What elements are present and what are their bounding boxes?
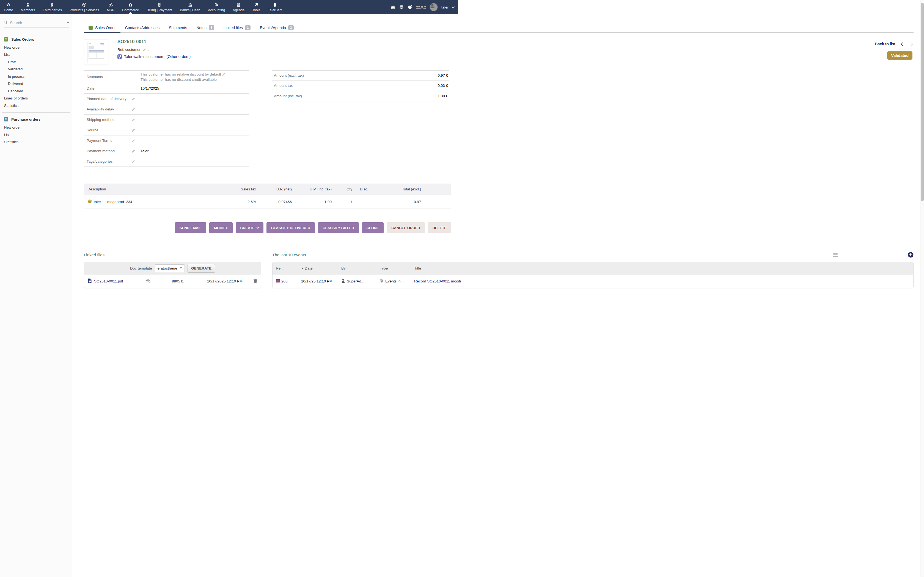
order-heading: SO2510-0011 Ref. customer : Taler walk-i… [118,39,191,59]
sidebar-item-delivered[interactable]: Delivered [0,80,72,88]
nav-tools[interactable]: Tools [248,0,264,14]
col-up-net: U.P. (net) [256,187,292,191]
top-navbar: Home Members Third parties Products | Se… [0,0,458,14]
mrp-icon [108,2,113,7]
edit-pencil-icon[interactable] [142,48,146,52]
edit-pencil-icon[interactable] [222,72,226,76]
user-avatar[interactable] [430,3,438,11]
edit-pencil-icon[interactable] [131,128,135,132]
modify-button[interactable]: MODIFY [209,222,233,233]
event-title-link[interactable]: Record SO2510-0011 modifi [414,279,462,283]
order-reference: SO2510-0011 [118,39,191,45]
linked-files-card: Doc template eratosthene GENERATE SO2510… [84,262,261,288]
tab-linked-files[interactable]: Linked files1 [219,23,255,33]
bug-icon[interactable] [391,5,396,10]
col-total-excl: Total (excl.) [376,187,421,191]
col-disc: Disc. [352,187,376,191]
preview-zoom-icon[interactable] [146,279,151,284]
cancel-order-button[interactable]: CANCEL ORDER [387,222,425,233]
tab-events-agenda[interactable]: Events/Agenda2 [255,23,298,33]
sidebar-item-po-new-order[interactable]: New order [0,124,72,131]
edit-pencil-icon[interactable] [131,118,135,122]
events-count-badge: 2 [288,25,294,30]
date-value: 10/17/2025 [141,86,159,90]
delete-file-icon[interactable] [253,279,257,284]
other-orders-link[interactable]: (Other orders) [166,55,191,59]
chevron-down-icon[interactable] [452,5,455,8]
nav-talerbarr[interactable]: TalerBarr [264,0,286,14]
col-date[interactable]: ▲Date [301,266,341,270]
col-ref[interactable]: Ref. [276,266,301,270]
document-preview-thumbnail[interactable] [84,40,108,65]
classify-billed-button[interactable]: CLASSIFY BILLED [318,222,359,233]
file-link[interactable]: SO2510-0011.pdf [94,279,123,283]
nav-billing-payment[interactable]: $ Billing | Payment [143,0,176,14]
user-menu-label[interactable]: taler [441,5,449,9]
nav-agenda[interactable]: Agenda [229,0,248,14]
amount-row-tax: Amount tax 0.03 € [272,81,449,91]
search-input[interactable] [10,21,55,25]
generate-button[interactable]: GENERATE [187,264,215,272]
sidebar-item-statistics[interactable]: Statistics [0,102,72,110]
edit-pencil-icon[interactable] [131,97,135,101]
nav-products-services[interactable]: Products | Services [66,0,103,14]
order-lines-table: Description Sales tax U.P. (net) U.P. (i… [84,184,451,209]
event-type-label: Events in... [385,279,404,283]
edit-pencil-icon[interactable] [131,108,135,111]
nav-label: Banks | Cash [180,8,200,12]
nav-mrp[interactable]: MRP [103,0,118,14]
nav-members[interactable]: Members [17,0,39,14]
sidebar-item-new-order[interactable]: New order [0,44,72,51]
doc-template-select[interactable]: eratosthene [155,264,185,272]
sidebar-item-validated[interactable]: Validated [0,66,72,73]
nav-home[interactable]: Home [0,0,17,14]
create-button[interactable]: CREATE [236,222,263,233]
tab-shipments[interactable]: Shipments [164,23,192,33]
thirdparty-building-icon [118,55,122,59]
order-line-row: taler1 - megaprod1234 2.6% 0.97466 1.00 … [84,195,451,209]
help-icon[interactable]: ? [407,5,412,10]
sidebar-item-lines-of-orders[interactable]: Lines of orders [0,95,72,102]
edit-pencil-icon[interactable] [131,149,135,153]
tab-label: Events/Agenda [260,26,286,30]
product-link[interactable]: taler1 [94,200,103,204]
edit-pencil-icon[interactable] [131,160,135,163]
print-icon[interactable] [399,5,404,10]
send-email-button[interactable]: SEND EMAIL [175,222,206,233]
sidebar-item-po-statistics[interactable]: Statistics [0,139,72,146]
tab-notes[interactable]: Notes1 [192,23,219,33]
nav-banks-cash[interactable]: Banks | Cash [176,0,204,14]
col-title[interactable]: Title [414,266,462,270]
tab-sales-order[interactable]: Sales Order [84,23,120,33]
nav-commerce[interactable]: Commerce [118,0,143,14]
sidebar-item-list[interactable]: List [0,51,72,58]
search-options-caret-icon[interactable] [66,22,69,24]
col-by[interactable]: By [341,266,380,270]
event-row: 205 10/17/25 12:10 PM SuperAd... Events … [273,274,462,288]
event-ref-link[interactable]: 205 [281,279,288,283]
col-type[interactable]: Type [380,266,414,270]
sidebar-item-in-process[interactable]: In process [0,73,72,80]
nav-accounting[interactable]: $ Accounting [204,0,229,14]
sidebar-section-purchase-orders: Purchase orders [0,117,72,122]
event-user-link[interactable]: SuperAd... [347,279,364,283]
col-qty: Qty [332,187,352,191]
colon: : [148,48,149,52]
field-label: Date [87,86,95,90]
sidebar-item-canceled[interactable]: Canceled [0,87,72,95]
field-label: Source [87,128,99,132]
amounts-table: Amount (excl. tax) 0.97 € Amount tax 0.0… [272,70,449,102]
clone-button[interactable]: CLONE [362,222,384,233]
sidebar-item-draft[interactable]: Draft [0,58,72,66]
sidebar-item-po-list[interactable]: List [0,131,72,139]
edit-pencil-icon[interactable] [131,139,135,143]
file-date: 10/17/2025 12:10 PM [184,279,242,283]
nav-third-parties[interactable]: Third parties [39,0,65,14]
delete-button[interactable]: DELETE [428,222,451,233]
field-row-planned-delivery: Planned date of delivery [84,94,249,104]
svg-text:$: $ [159,3,160,6]
thirdparty-link[interactable]: Taler walk-in customers [124,55,164,59]
field-label: Planned date of delivery [87,97,126,101]
classify-delivered-button[interactable]: CLASSIFY DELIVERED [267,222,315,233]
tab-contacts-addresses[interactable]: Contacts/Addresses [120,23,164,33]
